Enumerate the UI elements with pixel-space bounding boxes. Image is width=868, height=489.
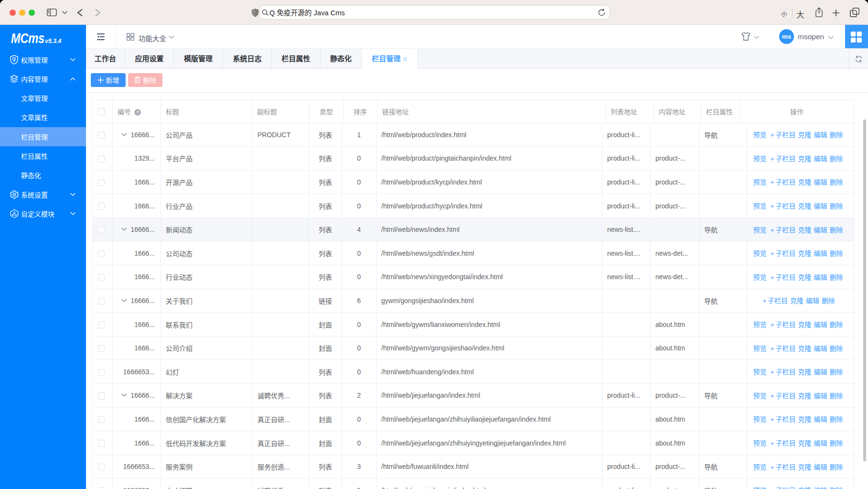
svg-text:?: ? (136, 109, 139, 115)
